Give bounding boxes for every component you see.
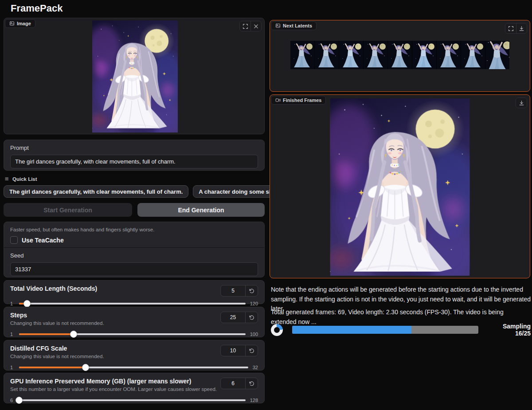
slider-min: 1 [10,301,15,306]
image-panel-label: Image [5,19,35,28]
input-image-preview[interactable] [92,20,178,133]
slider-min: 1 [10,332,15,337]
latent-frame[interactable] [485,41,509,69]
reset-icon [249,348,254,354]
latent-frame[interactable] [364,41,387,69]
latent-frame[interactable] [315,41,339,69]
video-icon [275,98,281,103]
latent-frame[interactable] [461,41,485,69]
slider-min: 1 [10,365,15,370]
teacache-checkbox[interactable] [10,236,18,244]
slider-gpu-memory: GPU Inference Preserved Memory (GB) (lar… [4,373,265,403]
latent-frame-image [437,41,461,69]
slider-steps: Steps Changing this value is not recomme… [4,307,265,337]
latent-frame-image [290,41,314,69]
list-icon [4,176,10,182]
fullscreen-button[interactable] [240,21,250,31]
progress-label: Sampling 16/25 [486,323,531,337]
download-button[interactable] [516,98,527,108]
reset-button[interactable] [246,312,258,323]
download-icon [519,100,524,106]
progress-bar-fill [292,326,411,334]
image-icon [275,23,281,28]
quick-prompt-button-1[interactable]: The girl dances gracefully, with clear m… [4,185,188,198]
slider-gpu-track[interactable] [19,399,246,401]
prompt-block: Prompt [4,140,265,171]
spinner-icon [271,324,283,336]
latent-frame-image [339,41,363,69]
slider-gpu-thumb[interactable] [16,397,23,404]
image-panel-actions [239,21,262,31]
latent-frame[interactable] [339,41,363,69]
download-button[interactable] [516,23,527,33]
slider-cfg-info: Changing this value is not recommended. [10,354,104,359]
slider-video-length-controls: 5 [220,285,258,297]
teacache-block: Faster speed, but often makes hands and … [4,222,264,248]
slider-cfg-label: Distilled CFG Scale [10,345,104,352]
latent-frame-image [315,41,339,69]
slider-video-length-thumb[interactable] [23,300,31,307]
reset-button[interactable] [246,378,258,389]
next-latents-panel: Next Latents [270,20,530,92]
reset-icon [249,288,254,294]
end-generation-button[interactable]: End Generation [137,203,265,217]
slider-gpu-label: GPU Inference Preserved Memory (GB) (lar… [10,378,217,385]
slider-cfg-thumb[interactable] [82,364,89,371]
clear-image-button[interactable] [250,21,261,31]
slider-max: 100 [250,332,258,337]
slider-gpu-controls: 6 [220,378,258,389]
reset-icon [249,381,254,387]
page-title: FramePack [11,3,63,14]
slider-steps-thumb[interactable] [70,331,77,338]
latent-frame-image [461,41,485,69]
slider-cfg-track[interactable] [19,367,248,368]
teacache-info: Faster speed, but often makes hands and … [10,227,258,232]
slider-gpu-value[interactable]: 6 [221,378,246,389]
finished-frames-preview[interactable] [330,98,470,276]
progress-bar [292,326,478,334]
latent-frame-image [412,41,436,69]
slider-max: 32 [253,365,258,370]
reset-icon [249,315,254,320]
latent-frame[interactable] [412,41,436,69]
progress-row: Sampling 16/25 [271,323,531,337]
slider-video-length-label: Total Video Length (Seconds) [10,285,97,292]
latent-frame[interactable] [388,41,412,69]
slider-video-length-value[interactable]: 5 [221,285,246,296]
slider-cfg: Distilled CFG Scale Changing this value … [4,340,265,371]
teacache-checkbox-row[interactable]: Use TeaCache [10,236,258,244]
latent-frame[interactable] [290,41,314,69]
framepack-app: FramePack Image Prompt Quick List The gi… [0,0,532,410]
input-image-panel: Image [4,18,265,134]
slider-video-length-track[interactable] [19,303,246,305]
slider-max: 128 [250,398,258,403]
latent-frame-image [388,41,412,69]
latents-strip[interactable] [290,41,509,69]
start-generation-button[interactable]: Start Generation [4,203,132,217]
latent-frame-image [364,41,387,69]
latent-frame[interactable] [437,41,461,69]
prompt-label: Prompt [10,144,258,151]
fullscreen-button[interactable] [505,23,516,33]
seed-input[interactable] [10,262,258,276]
form-separator [4,247,264,248]
slider-steps-controls: 25 [220,312,258,323]
slider-video-length: Total Video Length (Seconds) 5 1 120 [4,280,265,304]
slider-cfg-value[interactable]: 10 [221,345,246,356]
slider-steps-track[interactable] [19,333,246,335]
latent-frame-image [485,41,509,69]
expand-icon [243,23,248,29]
slider-min: 6 [10,398,15,403]
finished-frames-panel: Finished Frames [270,94,530,278]
reset-button[interactable] [246,285,258,296]
prompt-input[interactable] [10,155,258,168]
settings-form: Faster speed, but often makes hands and … [4,222,265,277]
close-icon [253,23,259,29]
finished-frames-actions [516,98,527,108]
seed-block: Seed [4,248,264,280]
slider-steps-value[interactable]: 25 [221,312,246,323]
slider-max: 120 [250,301,258,306]
reset-button[interactable] [246,345,258,356]
next-latents-label: Next Latents [271,21,317,30]
seed-label: Seed [10,252,258,259]
